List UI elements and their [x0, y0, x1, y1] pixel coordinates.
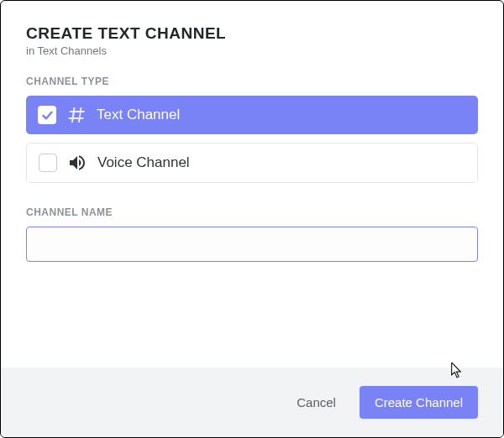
checkbox-checked-icon	[38, 106, 56, 124]
create-channel-modal: CREATE TEXT CHANNEL in Text Channels CHA…	[1, 1, 503, 437]
channel-type-voice-label: Voice Channel	[97, 154, 190, 171]
modal-title: CREATE TEXT CHANNEL	[26, 24, 478, 43]
modal-subtitle: in Text Channels	[26, 44, 478, 57]
modal-footer: Cancel Create Channel	[1, 368, 503, 437]
channel-name-input[interactable]	[26, 227, 478, 262]
channel-type-list: Text Channel Voice Channel	[26, 96, 478, 183]
channel-type-option-text[interactable]: Text Channel	[26, 96, 478, 134]
hash-icon	[66, 105, 87, 125]
speaker-icon	[67, 153, 87, 173]
checkbox-unchecked-icon	[39, 154, 57, 172]
cancel-button[interactable]: Cancel	[293, 388, 339, 416]
channel-type-option-voice[interactable]: Voice Channel	[26, 143, 478, 183]
channel-type-section-label: CHANNEL TYPE	[26, 76, 478, 87]
channel-name-section-label: CHANNEL NAME	[26, 206, 478, 218]
channel-type-text-label: Text Channel	[97, 107, 180, 123]
modal-body: CREATE TEXT CHANNEL in Text Channels CHA…	[1, 1, 503, 368]
create-channel-button[interactable]: Create Channel	[360, 386, 478, 419]
